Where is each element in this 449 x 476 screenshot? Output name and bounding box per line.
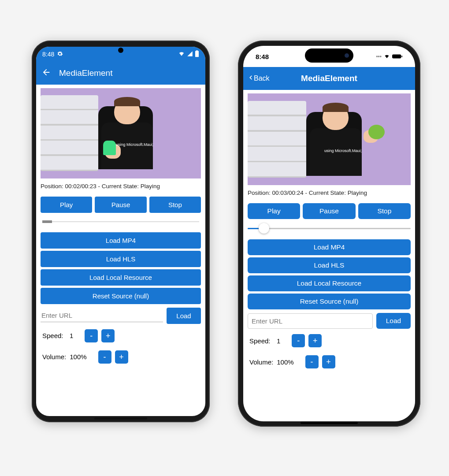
speed-value: 1 — [70, 332, 73, 339]
svg-rect-3 — [401, 56, 402, 57]
back-label: Back — [254, 74, 270, 82]
wifi-icon — [178, 51, 185, 58]
load-hls-button[interactable]: Load HLS — [248, 257, 411, 273]
ios-content: using Microsoft.Maui; Position: 00:03/00… — [243, 90, 415, 421]
load-hls-button[interactable]: Load HLS — [41, 251, 201, 267]
page-title: MediaElement — [301, 74, 357, 83]
load-local-button[interactable]: Load Local Resource — [248, 275, 411, 291]
stop-button[interactable]: Stop — [358, 203, 411, 219]
android-navbar: MediaElement — [36, 62, 205, 85]
pause-button[interactable]: Pause — [303, 203, 355, 219]
camera-hole — [118, 48, 123, 53]
video-player[interactable]: using Microsoft.Maui; — [248, 93, 411, 185]
volume-minus-button[interactable]: - — [98, 350, 111, 364]
speed-label: Speed: — [42, 332, 66, 339]
pause-button[interactable]: Pause — [95, 197, 146, 213]
speed-value: 1 — [277, 337, 280, 345]
volume-label: Volume: — [42, 353, 66, 361]
battery-icon — [392, 53, 403, 60]
ios-screen: 8:48 ••• Back MediaElement using Microso… — [243, 46, 415, 421]
svg-rect-1 — [196, 50, 197, 51]
gear-icon — [57, 51, 63, 58]
load-url-button[interactable]: Load — [376, 313, 411, 329]
play-button[interactable]: Play — [248, 203, 300, 219]
android-content: using Microsoft.Maui; Position: 00:02/00… — [36, 85, 205, 416]
video-player[interactable]: using Microsoft.Maui; — [41, 88, 201, 178]
volume-stepper: Volume:100% - + — [41, 348, 201, 366]
speed-stepper: Speed:1 - + — [248, 331, 411, 350]
url-input[interactable] — [41, 309, 163, 322]
recording-dots-icon: ••• — [376, 53, 382, 60]
reset-source-button[interactable]: Reset Source (null) — [248, 294, 411, 309]
ios-status-bar: 8:48 ••• — [243, 46, 415, 67]
status-time: 8:48 — [42, 51, 54, 58]
load-url-button[interactable]: Load — [167, 308, 201, 324]
volume-plus-button[interactable]: + — [322, 355, 335, 368]
play-button[interactable]: Play — [41, 197, 92, 213]
svg-rect-0 — [195, 51, 199, 57]
speed-stepper: Speed:1 - + — [41, 327, 201, 345]
volume-label: Volume: — [249, 358, 273, 366]
volume-minus-button[interactable]: - — [305, 355, 319, 368]
volume-value: 100% — [277, 358, 293, 366]
speed-minus-button[interactable]: - — [292, 334, 305, 347]
back-button[interactable]: Back — [248, 73, 270, 84]
speed-minus-button[interactable]: - — [85, 329, 98, 342]
volume-value: 100% — [70, 353, 86, 361]
svg-rect-2 — [392, 54, 401, 58]
signal-icon — [187, 51, 193, 58]
volume-stepper: Volume:100% - + — [248, 353, 411, 371]
speed-plus-button[interactable]: + — [101, 329, 115, 342]
reset-source-button[interactable]: Reset Source (null) — [41, 288, 201, 304]
load-mp4-button[interactable]: Load MP4 — [248, 239, 411, 255]
load-mp4-button[interactable]: Load MP4 — [41, 232, 201, 249]
seek-slider[interactable] — [41, 216, 201, 228]
speed-label: Speed: — [249, 337, 273, 345]
status-time: 8:48 — [256, 53, 269, 60]
ios-navbar: Back MediaElement — [243, 67, 415, 90]
shirt-text: using Microsoft.Maui; — [324, 149, 362, 153]
load-local-button[interactable]: Load Local Resource — [41, 269, 201, 286]
ios-device-frame: 8:48 ••• Back MediaElement using Microso… — [238, 41, 420, 427]
volume-plus-button[interactable]: + — [115, 350, 128, 364]
wifi-icon — [383, 53, 390, 60]
android-screen: 8:48 MediaElement using Microsof — [36, 47, 205, 416]
stop-button[interactable]: Stop — [149, 197, 201, 213]
shirt-text: using Microsoft.Maui; — [116, 142, 153, 147]
url-input[interactable] — [248, 313, 373, 329]
back-arrow-icon[interactable] — [41, 67, 51, 79]
speed-plus-button[interactable]: + — [308, 334, 322, 347]
chevron-left-icon — [248, 73, 254, 84]
android-device-frame: 8:48 MediaElement using Microsof — [32, 41, 210, 422]
page-title: MediaElement — [59, 68, 112, 78]
position-state-label: Position: 00:03/00:24 - Current State: P… — [248, 188, 411, 201]
position-state-label: Position: 00:02/00:23 - Current State: P… — [41, 181, 201, 194]
seek-slider[interactable] — [248, 222, 411, 235]
battery-icon — [195, 50, 199, 59]
